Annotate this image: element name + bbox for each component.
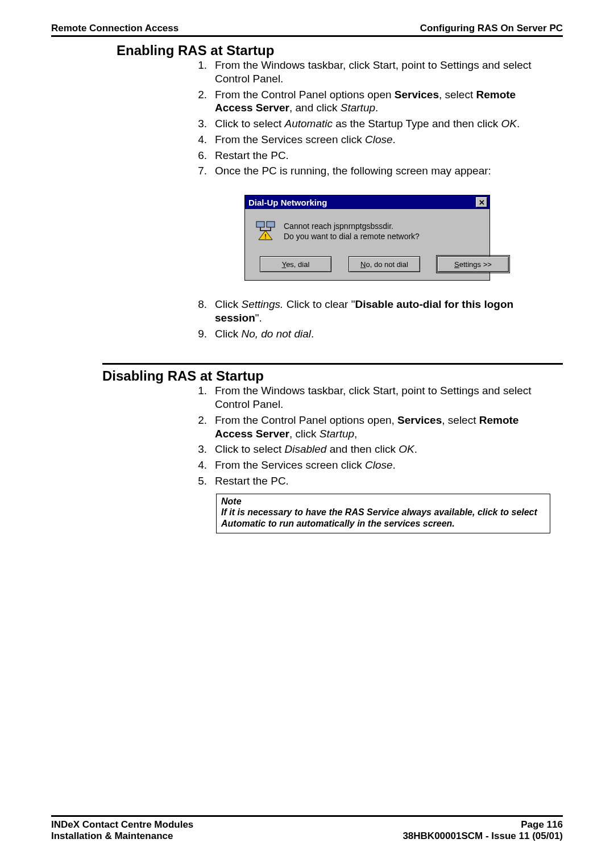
note-body: If it is necessary to have the RAS Servi… [221,507,545,529]
list-item: 7. Once the PC is running, the following… [188,164,546,178]
note-title: Note [221,496,545,507]
list-item: 3. Click to select Disabled and then cli… [188,443,546,456]
note-box: Note If it is necessary to have the RAS … [216,494,550,533]
footer-doc-title: INDeX Contact Centre Modules [51,819,193,831]
list-item: 2. From the Control Panel options open S… [188,88,546,115]
list-item: 6. Restart the PC. [188,149,546,162]
list-item: 9. Click No, do not dial. [188,327,546,341]
no-do-not-dial-button[interactable]: No, do not dial [349,256,420,272]
yes-dial-button[interactable]: Yes, dial [260,256,331,272]
page-footer: INDeX Contact Centre Modules Installatio… [51,815,563,842]
svg-text:!: ! [264,233,267,240]
dialog-titlebar: Dial-Up Networking ✕ [245,195,489,209]
header-left: Remote Connection Access [51,23,179,34]
list-item: 1. From the Windows taskbar, click Start… [188,59,546,86]
dialog-screenshot: Dial-Up Networking ✕ ! C [244,195,490,281]
list-item: 4. From the Services screen click Close. [188,458,546,472]
dialog-title-text: Dial-Up Networking [248,198,327,207]
section2-title: Disabling RAS at Startup [102,363,563,384]
svg-rect-0 [256,222,264,227]
network-warning-icon: ! [255,220,276,241]
footer-doc-id: 38HBK00001SCM - Issue 11 (05/01) [403,831,563,842]
list-item: 5. Restart the PC. [188,474,546,488]
settings-button[interactable]: Settings >> [437,256,509,272]
section2-list: 1. From the Windows taskbar, click Start… [188,384,546,487]
dialup-dialog: Dial-Up Networking ✕ ! C [244,195,490,281]
svg-rect-1 [267,222,275,227]
list-item: 4. From the Services screen click Close. [188,133,546,147]
header-right: Configuring RAS On Server PC [420,23,563,34]
footer-page-number: Page 116 [403,819,563,831]
section1-title: Enabling RAS at Startup [117,43,563,59]
list-item: 3. Click to select Automatic as the Star… [188,117,546,131]
section1-list-after: 8. Click Settings. Click to clear "Disab… [188,298,546,340]
page-header: Remote Connection Access Configuring RAS… [51,23,563,37]
list-item: 2. From the Control Panel options open, … [188,414,546,441]
dialog-message: Cannot reach jspnrnptgsbssdir. Do you wa… [284,220,420,241]
list-item: 1. From the Windows taskbar, click Start… [188,384,546,411]
section1-list: 1. From the Windows taskbar, click Start… [188,59,546,178]
list-item: 8. Click Settings. Click to clear "Disab… [188,298,546,325]
footer-doc-subtitle: Installation & Maintenance [51,831,193,842]
close-icon[interactable]: ✕ [476,197,487,207]
